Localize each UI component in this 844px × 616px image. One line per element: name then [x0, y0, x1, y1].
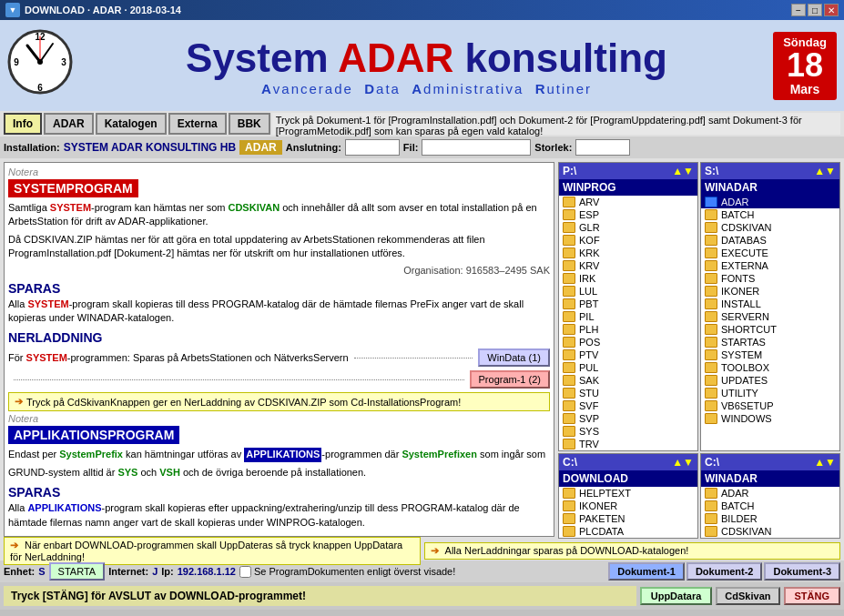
folder-stu[interactable]: STU	[559, 387, 697, 399]
info-strip-left-text: När enbart DOWNLOAD-programmen skall Upp…	[10, 540, 402, 562]
folder-batch-c[interactable]: BATCH	[701, 500, 839, 512]
folder-trv[interactable]: TRV	[559, 438, 697, 450]
internet-label: Internet:	[108, 566, 148, 577]
uppdatera-button[interactable]: UppDatara	[640, 587, 713, 605]
dokument2-button[interactable]: Dokument-2	[686, 562, 763, 581]
panel-winprog-drive: P:\	[563, 165, 576, 177]
final-status: Tryck [STÄNG] för AVSLUT av DOWNLOAD-pro…	[4, 586, 636, 606]
logo-prefix: System	[186, 35, 338, 80]
folder-arv[interactable]: ARV	[559, 196, 697, 208]
title-bar: ▼ DOWNLOAD · ADAR · 2018-03-14 − □ ✕	[0, 0, 844, 20]
folder-svp[interactable]: SVP	[559, 412, 697, 425]
sparas-text-1: Alla SYSTEM-program skall kopieras till …	[8, 298, 550, 326]
title-controls: − □ ✕	[791, 4, 839, 16]
folder-ikoner-s[interactable]: IKONER	[701, 285, 839, 298]
panel-winprog-body[interactable]: ARV ESP GLR KOF KRK KRV IRK LUL PBT PIL …	[559, 196, 697, 450]
maximize-button[interactable]: □	[808, 4, 822, 16]
folder-cdskivan-s[interactable]: CDSKIVAN	[701, 221, 839, 234]
panel-winadar-c-body[interactable]: ADAR BATCH BILDER CDSKIVAN	[701, 487, 839, 538]
info-tab[interactable]: Info	[4, 113, 42, 135]
windata-button[interactable]: WinData (1)	[478, 348, 550, 367]
adar-tag: ADAR	[239, 140, 282, 155]
folder-pbt[interactable]: PBT	[559, 298, 697, 310]
cdskivan-button[interactable]: CdSkivan	[716, 587, 779, 605]
folder-irk[interactable]: IRK	[559, 272, 697, 285]
bottom-buttons-row: Tryck [STÄNG] för AVSLUT av DOWNLOAD-pro…	[0, 582, 844, 610]
folder-windows-s[interactable]: WINDOWS	[701, 412, 839, 425]
folder-startas-s[interactable]: STARTAS	[701, 336, 839, 348]
folder-pil[interactable]: PIL	[559, 310, 697, 323]
panel-winadar-s-name: WINADAR	[705, 181, 758, 194]
externa-tab[interactable]: Externa	[168, 113, 227, 135]
ner-text-1a: För SYSTEM-programmen: Sparas på ArbetsS…	[8, 352, 349, 363]
folder-sys[interactable]: SYS	[559, 425, 697, 438]
section2-text-1: Endast per SystemPrefix kan hämtningar u…	[8, 448, 550, 480]
folder-utility-s[interactable]: UTILITY	[701, 387, 839, 399]
stang-button[interactable]: STÄNG	[784, 587, 841, 605]
folder-krk[interactable]: KRK	[559, 247, 697, 259]
folder-system-s[interactable]: SYSTEM	[701, 348, 839, 361]
panel-winadar-s-body[interactable]: ADAR BATCH CDSKIVAN DATABAS EXECUTE EXTE…	[701, 196, 839, 450]
folder-servern-s[interactable]: SERVERN	[701, 310, 839, 323]
fil-field[interactable]	[422, 139, 531, 156]
folder-kof[interactable]: KOF	[559, 234, 697, 247]
folder-externa-s[interactable]: EXTERNA	[701, 259, 839, 272]
folder-esp[interactable]: ESP	[559, 208, 697, 221]
dokument1-button[interactable]: Dokument-1	[608, 562, 685, 581]
folder-shortcut-s[interactable]: SHORTCUT	[701, 323, 839, 336]
folder-batch-s[interactable]: BATCH	[701, 208, 839, 221]
folder-paketen[interactable]: PAKETEN	[559, 512, 697, 525]
folder-svf[interactable]: SVF	[559, 399, 697, 412]
app-icon: ▼	[5, 3, 20, 17]
storlek-label: Storlek:	[534, 142, 572, 153]
logo-container: System ADAR konsulting Avancerade Data A…	[80, 35, 773, 96]
folder-krv[interactable]: KRV	[559, 259, 697, 272]
folder-pos[interactable]: POS	[559, 336, 697, 348]
adar-tab[interactable]: ADAR	[44, 113, 94, 135]
sparas-text-2: Alla APPLIKATIONS-program skall kopieras…	[8, 501, 550, 530]
anslutning-field[interactable]	[345, 139, 400, 156]
date-number: 18	[780, 49, 829, 82]
note-label-2: Notera	[8, 413, 550, 424]
install-bar: Installation: SYSTEM ADAR KONSULTING HB …	[0, 136, 844, 158]
starta-button[interactable]: STARTA	[49, 562, 106, 581]
folder-glr[interactable]: GLR	[559, 221, 697, 234]
program-docs-checkbox[interactable]	[239, 566, 251, 578]
panel-winadar-c-name: WINADAR	[705, 472, 758, 485]
folder-databas-s[interactable]: DATABAS	[701, 234, 839, 247]
minimize-button[interactable]: −	[791, 4, 806, 16]
folder-fonts-s[interactable]: FONTS	[701, 272, 839, 285]
folder-vb6setup-s[interactable]: VB6SETUP	[701, 399, 839, 412]
folder-pul[interactable]: PUL	[559, 361, 697, 374]
folder-adar-s[interactable]: ADAR	[701, 196, 839, 208]
folder-bilder-c[interactable]: BILDER	[701, 512, 839, 525]
folder-helptext[interactable]: HELPTEXT	[559, 487, 697, 500]
folder-plcdata[interactable]: PLCDATA	[559, 525, 697, 538]
note-label-1: Notera	[8, 167, 550, 177]
panel-download-header: C:\ ▲▼	[559, 454, 697, 470]
folder-plh[interactable]: PLH	[559, 323, 697, 336]
folder-cdskivan-c[interactable]: CDSKIVAN	[701, 525, 839, 538]
installation-label: Installation:	[4, 142, 60, 153]
panel-download-name: DOWNLOAD	[563, 472, 628, 485]
folder-sak[interactable]: SAK	[559, 374, 697, 387]
panel-download-drive: C:\	[563, 456, 577, 469]
svg-text:9: 9	[14, 57, 19, 67]
folder-toolbox-s[interactable]: TOOLBOX	[701, 361, 839, 374]
storlek-field[interactable]	[575, 139, 630, 156]
close-button[interactable]: ✕	[824, 4, 839, 16]
program1-button[interactable]: Program-1 (2)	[470, 370, 550, 389]
bbk-tab[interactable]: BBK	[229, 113, 270, 135]
folder-adar-c[interactable]: ADAR	[701, 487, 839, 500]
folder-ptv[interactable]: PTV	[559, 348, 697, 361]
panel-download-body[interactable]: HELPTEXT IKONER PAKETEN PLCDATA	[559, 487, 697, 538]
folder-updates-s[interactable]: UPDATES	[701, 374, 839, 387]
katalogen-tab[interactable]: Katalogen	[96, 113, 167, 135]
dokument3-button[interactable]: Dokument-3	[764, 562, 840, 581]
info-strip: ➔ När enbart DOWNLOAD-programmen skall U…	[0, 540, 844, 560]
ip-value: 192.168.1.12	[178, 566, 236, 577]
folder-lul[interactable]: LUL	[559, 285, 697, 298]
folder-install-s[interactable]: INSTALL	[701, 298, 839, 310]
folder-execute-s[interactable]: EXECUTE	[701, 247, 839, 259]
folder-ikoner-d[interactable]: IKONER	[559, 500, 697, 512]
